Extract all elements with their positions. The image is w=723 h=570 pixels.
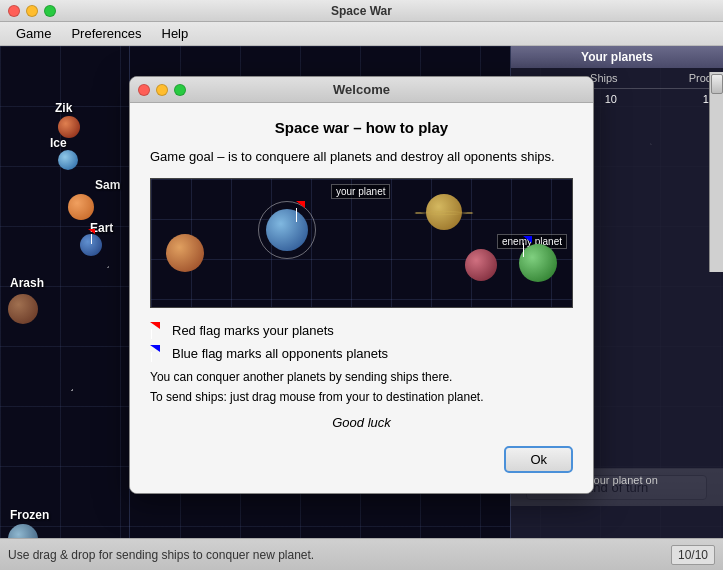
dialog-min-button[interactable]: [156, 84, 168, 96]
good-luck-text: Good luck: [150, 415, 573, 430]
legend-red-icon: [150, 322, 160, 339]
legend-blue: Blue flag marks all opponents planets: [150, 345, 573, 362]
preview-flag-blue: [523, 236, 532, 257]
main-window: Space War Game Preferences Help Zik Ice …: [0, 0, 723, 570]
your-planet-label: your planet: [331, 184, 390, 199]
preview-flag-red: [296, 201, 305, 222]
modal-overlay: Welcome Space war – how to play Game goa…: [0, 0, 723, 570]
legend-blue-icon: [150, 345, 160, 362]
dialog-footer: Ok: [150, 442, 573, 477]
welcome-dialog: Welcome Space war – how to play Game goa…: [129, 76, 594, 494]
dialog-close-button[interactable]: [138, 84, 150, 96]
game-preview: your planet enemy planet: [150, 178, 573, 308]
legend-red-text: Red flag marks your planets: [172, 323, 334, 338]
ok-button[interactable]: Ok: [504, 446, 573, 473]
legend-blue-text: Blue flag marks all opponents planets: [172, 346, 388, 361]
dialog-title: Welcome: [333, 82, 390, 97]
dialog-max-button[interactable]: [174, 84, 186, 96]
dialog-body: Space war – how to play Game goal – is t…: [130, 103, 593, 493]
dialog-main-title: Space war – how to play: [150, 119, 573, 136]
dialog-description: Game goal – is to conquere all planets a…: [150, 148, 573, 166]
legend-red: Red flag marks your planets: [150, 322, 573, 339]
dialog-title-bar: Welcome: [130, 77, 593, 103]
dialog-window-controls: [138, 84, 186, 96]
instructions: You can conquer another planets by sendi…: [150, 368, 573, 406]
